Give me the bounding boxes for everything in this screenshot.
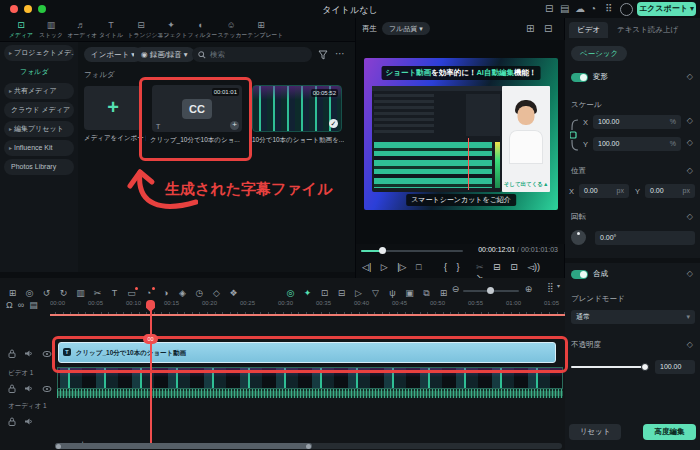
asset-tab[interactable]: ♬ オーディオ bbox=[66, 18, 96, 39]
mute-icon[interactable] bbox=[24, 344, 33, 362]
asset-tab[interactable]: ▥ ストック bbox=[36, 18, 66, 39]
asset-tab[interactable]: ⊟ トランジション bbox=[126, 18, 156, 39]
advanced-edit-button[interactable]: 高度編集 bbox=[643, 424, 696, 440]
split-icon[interactable]: ✂ bbox=[89, 288, 106, 298]
keyframe-icon[interactable]: ◇ bbox=[687, 269, 693, 278]
asset-tab[interactable]: ◐ フィルター bbox=[186, 18, 216, 39]
keyframe-icon[interactable]: ◇ bbox=[687, 212, 693, 221]
play-segment-icon[interactable]: ▷ bbox=[350, 288, 367, 298]
previous-frame-button[interactable]: ◁| bbox=[362, 262, 371, 272]
scale-y-field[interactable]: 100.00% bbox=[593, 137, 681, 151]
keyboard-icon[interactable]: ▤ bbox=[29, 300, 38, 310]
ai-effect-icon[interactable]: ✦ bbox=[299, 288, 316, 298]
basic-category-pill[interactable]: ベーシック bbox=[571, 46, 627, 61]
import-media-tile[interactable]: + bbox=[84, 86, 142, 130]
position-x-field[interactable]: 0.00px bbox=[579, 184, 629, 198]
more-icon[interactable]: ⋯ bbox=[335, 48, 345, 59]
sidebar-item[interactable]: ▸編集プリセット bbox=[4, 121, 74, 137]
snapshot-icon[interactable]: ⊡ bbox=[316, 288, 333, 298]
mark-out-button[interactable]: } bbox=[457, 262, 460, 272]
speaker-icon[interactable]: ◅)) bbox=[527, 262, 540, 272]
pip-icon[interactable]: ⧉ bbox=[418, 288, 435, 299]
snapshot-camera-icon[interactable]: ⊡ bbox=[510, 262, 518, 272]
stop-button[interactable]: □ bbox=[416, 262, 421, 272]
undo-icon[interactable]: ↺ bbox=[38, 288, 55, 298]
asset-tab[interactable]: ✦ エフェクト bbox=[156, 18, 186, 39]
split-icon[interactable]: ✂ bbox=[476, 262, 484, 272]
rotation-field[interactable]: 0.00° bbox=[595, 231, 695, 245]
scrollbar-thumb[interactable] bbox=[55, 443, 312, 449]
redo-icon[interactable]: ↻ bbox=[55, 288, 72, 298]
transform-toggle[interactable] bbox=[571, 73, 588, 82]
keyframe-icon[interactable]: ◇ bbox=[687, 116, 693, 125]
timeline-ruler[interactable]: 00:0000:0500:1000:1500:2000:2500:3000:35… bbox=[50, 300, 565, 315]
ai-portrait-icon[interactable]: ◎ bbox=[282, 288, 299, 298]
delete-icon[interactable]: ▥ bbox=[72, 288, 89, 298]
asset-tab[interactable]: ⊞ テンプレート bbox=[246, 18, 276, 39]
filter-icon[interactable] bbox=[318, 50, 328, 60]
search-input[interactable]: 検索 bbox=[192, 47, 312, 62]
save-icon[interactable]: ▤ bbox=[560, 3, 569, 15]
lock-icon[interactable] bbox=[8, 344, 16, 362]
monitor-icon[interactable]: ⊟ bbox=[493, 262, 501, 272]
smart-cut-icon[interactable]: ◈ bbox=[174, 288, 191, 298]
keyframe-icon[interactable]: ◇ bbox=[208, 288, 225, 298]
subtitle-file-tile[interactable]: 00:01:01 CC T + bbox=[152, 85, 242, 132]
voiceover-mic-icon[interactable]: ψ bbox=[384, 288, 401, 298]
keyframe-icon[interactable]: ◇ bbox=[687, 340, 693, 349]
video-clip-tile[interactable]: 00:05:52 ✓ bbox=[252, 85, 342, 132]
audio-waveform[interactable] bbox=[57, 389, 563, 398]
auto-ripple-icon[interactable]: ∞ bbox=[18, 300, 24, 310]
mute-icon[interactable] bbox=[24, 412, 33, 430]
keyframe-icon[interactable]: ◇ bbox=[687, 166, 693, 175]
video-frame[interactable]: ショート動画を効率的に！AI自動編集機能！ そして出てくる▲ スマートシーンカッ… bbox=[364, 58, 558, 210]
keyframe-icon[interactable]: ◇ bbox=[687, 138, 693, 147]
scale-x-field[interactable]: 100.00% bbox=[593, 115, 681, 129]
opacity-value-field[interactable]: 100.00 bbox=[655, 360, 695, 374]
sidebar-item[interactable]: Photos Library bbox=[4, 159, 74, 175]
reset-button[interactable]: リセット bbox=[569, 424, 621, 440]
marker-icon[interactable]: ❖ bbox=[225, 288, 242, 298]
seek-handle[interactable] bbox=[379, 247, 386, 254]
sidebar-item[interactable]: ▸Influence Kit bbox=[4, 140, 74, 156]
sidebar-item[interactable]: ▸プロジェクトメデ... bbox=[4, 45, 74, 61]
avatar[interactable] bbox=[620, 3, 633, 16]
zoom-tool-icon[interactable]: ◎ bbox=[21, 288, 38, 298]
subtitle-clip[interactable]: T クリップ_10分で10本のショート動画 bbox=[58, 342, 556, 363]
tab-video[interactable]: ビデオ bbox=[569, 22, 608, 38]
sidebar-item[interactable]: ▸共有メディア bbox=[4, 83, 74, 99]
rotation-dial[interactable] bbox=[571, 230, 586, 245]
blend-mode-select[interactable]: 通常▾ bbox=[571, 310, 695, 324]
export-button[interactable]: エクスポート ▾ bbox=[637, 2, 696, 16]
screen-mode-icon[interactable]: ⊟ bbox=[544, 23, 552, 34]
speed-icon[interactable]: ◔ bbox=[140, 288, 157, 298]
duration-icon[interactable]: ◷ bbox=[191, 288, 208, 298]
magnet-icon[interactable]: Ω bbox=[6, 300, 13, 310]
record-icon[interactable]: ◔ bbox=[590, 3, 596, 15]
video-clip[interactable] bbox=[57, 367, 563, 389]
cloud-upload-icon[interactable]: ☁ bbox=[575, 3, 585, 15]
eye-icon[interactable] bbox=[42, 379, 52, 397]
color-icon[interactable]: ◑ bbox=[157, 288, 174, 298]
tab-text-to-speech[interactable]: テキスト読み上げ bbox=[609, 22, 686, 38]
chevron-down-icon[interactable]: ▾ bbox=[550, 282, 567, 289]
render-preview-icon[interactable]: ⊟ bbox=[333, 288, 350, 298]
mark-in-button[interactable]: { bbox=[444, 262, 447, 272]
display-icon[interactable]: ⊟ bbox=[545, 3, 553, 15]
add-to-timeline-icon[interactable]: + bbox=[230, 121, 239, 130]
position-y-field[interactable]: 0.00px bbox=[645, 184, 695, 198]
pointer-tool-icon[interactable]: ⊞ bbox=[4, 288, 21, 298]
asset-tab[interactable]: ⊡ メディア bbox=[6, 18, 36, 39]
asset-tab[interactable]: T タイトル bbox=[96, 18, 126, 39]
asset-tab[interactable]: ☺ ステッカー bbox=[216, 18, 246, 39]
playhead-line[interactable] bbox=[150, 300, 152, 443]
lock-icon[interactable] bbox=[8, 379, 16, 397]
sidebar-item[interactable]: クラウド メディア bbox=[4, 102, 74, 118]
record-dropdown[interactable]: ◉ 録画/録音 ▾ bbox=[134, 47, 195, 62]
keyframe-icon[interactable]: ◇ bbox=[687, 72, 693, 81]
composite-toggle[interactable] bbox=[571, 270, 588, 279]
grid-view-icon[interactable]: ⊞ bbox=[526, 23, 534, 34]
sidebar-item[interactable]: フォルダ bbox=[4, 64, 74, 80]
zoom-out-icon[interactable]: ⊖ bbox=[447, 284, 464, 294]
zoom-slider-handle[interactable] bbox=[487, 287, 494, 294]
